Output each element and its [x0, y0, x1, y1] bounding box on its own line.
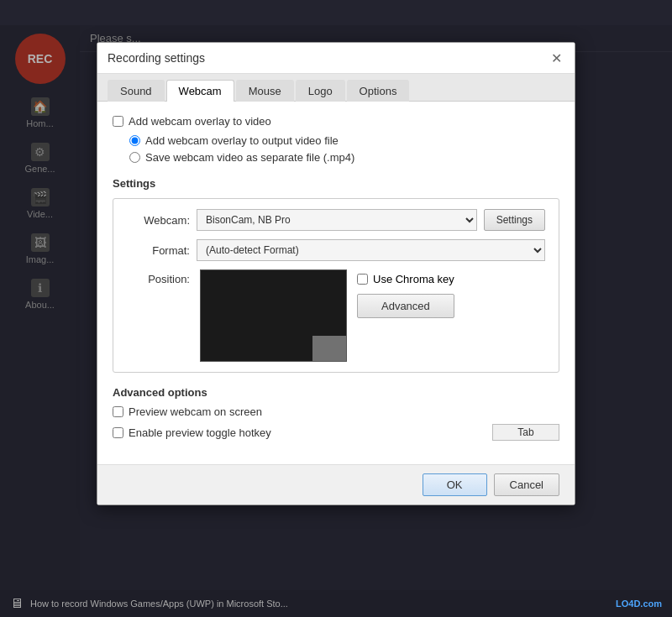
hotkey-input[interactable]: Tab: [492, 424, 559, 441]
add-overlay-checkbox[interactable]: [113, 116, 123, 127]
dialog-titlebar: Recording settings ✕: [97, 43, 575, 74]
webcam-select[interactable]: BisonCam, NB Pro: [197, 209, 477, 231]
dialog-body: Add webcam overlay to video Add webcam o…: [97, 102, 575, 464]
hotkey-label[interactable]: Enable preview toggle hotkey: [129, 426, 487, 439]
cancel-button[interactable]: Cancel: [494, 473, 559, 496]
dialog-overlay: Recording settings ✕ Sound Webcam Mouse …: [0, 25, 672, 617]
dialog-footer: OK Cancel: [97, 464, 575, 505]
overlay-output-row: Add webcam overlay to output video file: [129, 134, 559, 147]
position-preview[interactable]: [200, 269, 347, 362]
webcam-label: Webcam:: [127, 214, 190, 227]
position-handle[interactable]: [312, 336, 346, 361]
advanced-options-section: Advanced options Preview webcam on scree…: [113, 386, 559, 441]
tabs-bar: Sound Webcam Mouse Logo Options: [97, 74, 575, 102]
tab-logo[interactable]: Logo: [296, 80, 345, 102]
settings-section-title: Settings: [113, 177, 559, 190]
separate-file-label[interactable]: Save webcam video as separate file (.mp4…: [145, 151, 354, 164]
advanced-section-title: Advanced options: [113, 386, 559, 399]
format-field-row: Format: (Auto-detect Format): [127, 239, 545, 261]
format-label: Format:: [127, 244, 190, 257]
dialog-close-button[interactable]: ✕: [548, 50, 564, 66]
add-overlay-label[interactable]: Add webcam overlay to video: [129, 115, 271, 128]
hotkey-checkbox[interactable]: [113, 427, 123, 438]
tab-mouse[interactable]: Mouse: [236, 80, 294, 102]
chroma-key-label[interactable]: Use Chroma key: [373, 273, 454, 285]
add-overlay-row: Add webcam overlay to video: [113, 115, 559, 128]
overlay-output-label[interactable]: Add webcam overlay to output video file: [145, 134, 339, 147]
format-select[interactable]: (Auto-detect Format): [197, 239, 545, 261]
dialog-title: Recording settings: [108, 51, 205, 65]
position-field-row: Position: Use Chroma key Advanced: [127, 269, 545, 362]
position-right-controls: Use Chroma key Advanced: [357, 269, 454, 318]
preview-webcam-checkbox[interactable]: [113, 406, 123, 417]
tab-options[interactable]: Options: [347, 80, 410, 102]
webcam-settings-button[interactable]: Settings: [484, 209, 545, 231]
overlay-output-radio[interactable]: [129, 135, 140, 146]
lo4d-watermark: LO4D.com: [616, 599, 662, 609]
separate-file-row: Save webcam video as separate file (.mp4…: [129, 151, 559, 164]
bottom-bar: 🖥 How to record Windows Games/Apps (UWP)…: [0, 590, 672, 617]
webcam-select-container: BisonCam, NB Pro: [197, 209, 477, 231]
advanced-button[interactable]: Advanced: [357, 294, 454, 318]
tab-sound[interactable]: Sound: [108, 80, 165, 102]
chroma-key-checkbox[interactable]: [357, 274, 368, 285]
preview-webcam-label[interactable]: Preview webcam on screen: [129, 405, 559, 418]
separate-file-radio[interactable]: [129, 152, 140, 163]
ok-button[interactable]: OK: [423, 473, 487, 496]
hotkey-row: Enable preview toggle hotkey Tab: [113, 424, 559, 441]
format-select-container: (Auto-detect Format): [197, 239, 545, 261]
bottom-text: How to record Windows Games/Apps (UWP) i…: [30, 599, 288, 609]
bottom-icon: 🖥: [10, 596, 24, 611]
overlay-radio-group: Add webcam overlay to output video file …: [129, 134, 559, 164]
chroma-key-row: Use Chroma key: [357, 273, 454, 285]
position-label: Position:: [127, 269, 190, 285]
settings-box: Webcam: BisonCam, NB Pro Settings Format…: [113, 198, 559, 373]
preview-webcam-row: Preview webcam on screen: [113, 405, 559, 418]
tab-webcam[interactable]: Webcam: [166, 80, 234, 102]
recording-settings-dialog: Recording settings ✕ Sound Webcam Mouse …: [97, 42, 575, 505]
webcam-field-row: Webcam: BisonCam, NB Pro Settings: [127, 209, 545, 231]
